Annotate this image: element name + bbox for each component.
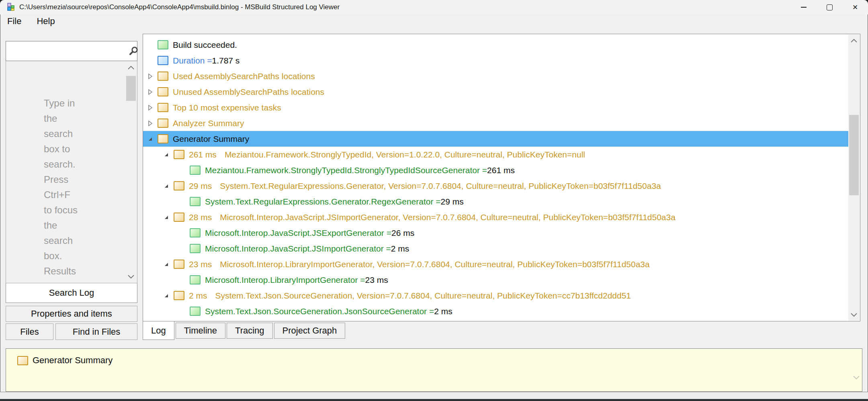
window-bottom-strip: [0, 392, 868, 399]
row-text: Microsoft.Interop.LibraryImportGenerator…: [220, 260, 650, 269]
node-icon-folder: [174, 213, 184, 222]
node-icon-green: [190, 166, 201, 175]
watermark-line: to focus: [44, 203, 78, 218]
main-tab-strip: LogTimelineTracingProject Graph: [143, 321, 346, 340]
tree-scrollbar[interactable]: [848, 35, 860, 321]
expander-expanded-icon[interactable]: [148, 136, 158, 142]
row-text: 2 ms: [434, 307, 452, 316]
tree-row[interactable]: Unused AssemblySearchPaths locations: [143, 84, 849, 100]
expander-expanded-icon[interactable]: [164, 293, 174, 299]
tree-row[interactable]: System.Text.RegularExpressions.Generator…: [143, 194, 849, 209]
expander-collapsed-icon[interactable]: [148, 73, 158, 80]
sidebar-tab-properties-and-items[interactable]: Properties and items: [6, 306, 137, 322]
tree-row[interactable]: Microsoft.Interop.LibraryImportGenerator…: [143, 272, 849, 288]
search-input[interactable]: [6, 41, 128, 61]
title-bar: C:\Users\mezia\source\repos\ConsoleApp4\…: [0, 0, 868, 14]
tree-row[interactable]: Meziantou.Framework.StronglyTypedId.Stro…: [143, 162, 849, 178]
sidebar-tab-find-in-files[interactable]: Find in Files: [55, 323, 137, 340]
node-icon-green: [190, 197, 201, 206]
screen-edge: [0, 399, 868, 401]
maximize-button[interactable]: [817, 0, 842, 14]
tree-row[interactable]: 261 msMeziantou.Framework.StronglyTypedI…: [143, 147, 849, 162]
expander-expanded-icon[interactable]: [164, 214, 174, 221]
row-text: Meziantou.Framework.StronglyTypedId, Ver…: [225, 150, 585, 160]
sidebar-tab-row: Files Find in Files: [6, 323, 137, 340]
node-icon-green: [158, 40, 168, 49]
tree-row[interactable]: 2 msSystem.Text.Json.SourceGeneration, V…: [143, 288, 849, 303]
node-icon-folder: [174, 291, 184, 300]
close-icon: ✕: [852, 4, 858, 11]
sidebar-tab-search-log[interactable]: Search Log: [6, 283, 137, 303]
tree-row[interactable]: 23 msMicrosoft.Interop.LibraryImportGene…: [143, 256, 849, 272]
watermark-line: search.: [44, 157, 78, 172]
node-icon-blue: [158, 56, 168, 65]
row-text: 23 ms: [365, 275, 388, 285]
window-controls: ✕: [791, 0, 868, 14]
scroll-down-icon[interactable]: [125, 271, 137, 282]
scrollbar-thumb[interactable]: [126, 76, 136, 101]
row-text: System.Text.RegularExpressions.Generator…: [205, 197, 441, 207]
expander-collapsed-icon[interactable]: [148, 104, 158, 111]
row-text: Microsoft.Interop.LibraryImportGenerator…: [205, 275, 365, 285]
expander-spacer: [180, 246, 190, 252]
app-window: C:\Users\mezia\source\repos\ConsoleApp4\…: [0, 0, 868, 399]
row-text: 261 ms: [487, 166, 515, 175]
watermark-line: Ctrl+F: [44, 187, 78, 203]
watermark-line: box.: [44, 248, 78, 264]
tab-tracing[interactable]: Tracing: [227, 323, 273, 339]
tree-row[interactable]: Used AssemblySearchPaths locations: [143, 68, 849, 84]
row-text: 29 ms: [189, 181, 212, 191]
expander-spacer: [180, 308, 190, 315]
row-text: Top 10 most expensive tasks: [173, 103, 281, 113]
selected-node-row: Generator Summary: [6, 349, 862, 366]
row-text: Microsoft.Interop.JavaScript.JSExportGen…: [205, 228, 391, 238]
expander-expanded-icon[interactable]: [164, 151, 174, 158]
search-watermark: Type inthesearchbox tosearch.PressCtrl+F…: [44, 96, 78, 279]
row-text: 28 ms: [189, 213, 212, 222]
search-icon[interactable]: [128, 41, 139, 61]
tree-row[interactable]: Top 10 most expensive tasks: [143, 100, 849, 115]
row-text: System.Text.Json.SourceGeneration.JsonSo…: [205, 307, 434, 316]
scroll-down-icon[interactable]: [848, 309, 860, 320]
main-area: Build succeeded.Duration = 1.787 sUsed A…: [143, 34, 860, 340]
expander-collapsed-icon[interactable]: [148, 89, 158, 95]
row-text: 2 ms: [391, 244, 409, 254]
node-icon-folder: [158, 87, 168, 96]
tab-timeline[interactable]: Timeline: [176, 323, 225, 339]
menu-help[interactable]: Help: [31, 16, 60, 27]
tab-log[interactable]: Log: [143, 321, 174, 340]
tree-row[interactable]: Build succeeded.: [143, 37, 849, 53]
expander-expanded-icon[interactable]: [164, 183, 174, 189]
expander-collapsed-icon[interactable]: [148, 120, 158, 127]
sidebar-scrollbar[interactable]: [125, 61, 137, 282]
row-text: Unused AssemblySearchPaths locations: [173, 87, 324, 97]
tree-row[interactable]: 29 msSystem.Text.RegularExpressions.Gene…: [143, 178, 849, 194]
menu-file[interactable]: File: [6, 16, 27, 27]
tree-row[interactable]: Generator Summary: [143, 131, 849, 147]
screen: C:\Users\mezia\source\repos\ConsoleApp4\…: [0, 0, 868, 401]
minimize-button[interactable]: [791, 0, 817, 14]
scroll-up-icon[interactable]: [848, 35, 860, 46]
scrollbar-thumb[interactable]: [849, 115, 859, 195]
row-text: 29 ms: [441, 197, 464, 207]
tab-project-graph[interactable]: Project Graph: [274, 323, 346, 339]
tree-row[interactable]: Duration = 1.787 s: [143, 53, 849, 68]
tree-row[interactable]: Analyzer Summary: [143, 115, 849, 131]
log-tree: Build succeeded.Duration = 1.787 sUsed A…: [143, 34, 860, 321]
close-button[interactable]: ✕: [842, 0, 868, 14]
tree-row[interactable]: Microsoft.Interop.JavaScript.JSImportGen…: [143, 241, 849, 256]
node-icon-folder: [174, 181, 184, 190]
tree-row[interactable]: System.Text.Json.SourceGeneration.JsonSo…: [143, 303, 849, 319]
sidebar: Type inthesearchbox tosearch.PressCtrl+F…: [6, 41, 137, 340]
sidebar-tab-files[interactable]: Files: [6, 323, 53, 340]
watermark-line: the: [44, 218, 78, 233]
panel-scroll-down-icon[interactable]: [853, 376, 860, 379]
scroll-up-icon[interactable]: [125, 62, 137, 73]
row-text: Generator Summary: [173, 134, 249, 144]
tree-row[interactable]: 28 msMicrosoft.Interop.JavaScript.JSImpo…: [143, 209, 849, 225]
expander-spacer: [180, 198, 190, 205]
tree-row[interactable]: Microsoft.Interop.JavaScript.JSExportGen…: [143, 225, 849, 241]
row-text: 2 ms: [189, 291, 207, 301]
minimize-icon: [801, 7, 807, 8]
expander-expanded-icon[interactable]: [164, 261, 174, 268]
